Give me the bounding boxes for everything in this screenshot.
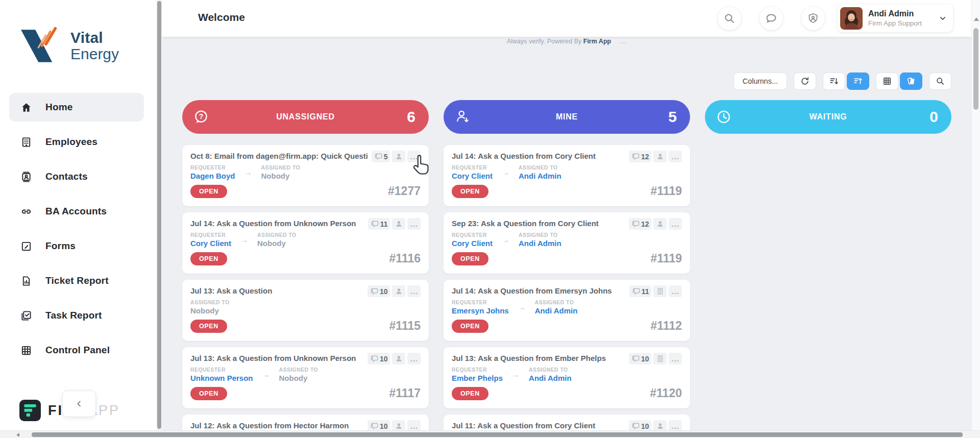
banner-menu-button[interactable]: ... [620, 38, 627, 45]
requester-name[interactable]: Cory Client [452, 172, 493, 180]
assigned-name[interactable]: Nobody [190, 306, 230, 315]
scroll-left-arrow[interactable] [16, 433, 19, 437]
comments-button[interactable]: 10 [368, 285, 390, 297]
person-icon[interactable] [392, 218, 405, 230]
column-header-mine[interactable]: MINE 5 [444, 100, 690, 134]
ticket-card-top: Jul 14: Ask a Question from Cory Client … [452, 151, 682, 162]
person-icon[interactable] [392, 151, 405, 162]
sort-descending-button[interactable] [847, 72, 869, 90]
comments-button[interactable]: 12 [629, 218, 652, 230]
admin-shield-button[interactable] [801, 7, 825, 30]
assigned-name[interactable]: Andi Admin [519, 239, 561, 248]
board-search-button[interactable] [929, 72, 951, 90]
comments-button[interactable]: 11 [368, 218, 390, 230]
comments-button[interactable]: 10 [368, 420, 390, 430]
chat-button[interactable] [760, 7, 783, 30]
person-icon[interactable] [392, 420, 405, 430]
more-button[interactable]: ... [407, 151, 421, 162]
sidebar-item-ticket-report[interactable]: Ticket Report [9, 266, 144, 295]
comments-button[interactable]: 11 [629, 285, 652, 297]
more-button[interactable]: ... [407, 285, 421, 297]
comments-button[interactable]: 10 [368, 353, 390, 364]
sidebar-collapse-button[interactable] [62, 391, 96, 417]
chat-icon [765, 12, 777, 25]
ticket-card[interactable]: Jul 13: Ask a Question 10 ... → ASSIGNED… [182, 280, 429, 341]
more-button[interactable]: ... [669, 151, 682, 162]
requester-label: REQUESTER [190, 232, 231, 238]
requester-name[interactable]: Emersyn Johns [452, 306, 509, 315]
comment-count: 11 [642, 287, 649, 296]
sidebar-item-ba-accounts[interactable]: BA Accounts [9, 197, 144, 226]
column-header-waiting[interactable]: WAITING 0 [705, 100, 951, 134]
requester-name[interactable]: Dagen Boyd [190, 172, 235, 180]
more-button[interactable]: ... [407, 353, 421, 364]
horizontal-scrollbar[interactable] [0, 430, 980, 438]
sidebar-scrollbar-thumb[interactable] [157, 1, 161, 429]
comments-button[interactable]: 10 [629, 353, 652, 364]
sidebar-item-home[interactable]: Home [9, 93, 144, 121]
assigned-name[interactable]: Andi Admin [535, 306, 578, 315]
table-view-button[interactable] [876, 72, 898, 90]
assigned-name[interactable]: Nobody [257, 239, 297, 248]
requester-name[interactable]: Ember Phelps [452, 374, 503, 382]
comments-button[interactable]: 10 [629, 420, 652, 430]
search-button[interactable] [718, 7, 741, 30]
sidebar-item-forms[interactable]: Forms [9, 232, 144, 260]
requester-name[interactable]: Cory Client [190, 239, 231, 248]
sidebar-item-contacts[interactable]: Contacts [9, 162, 144, 191]
ticket-card[interactable]: Jul 13: Ask a Question from Unknown Pers… [182, 347, 429, 408]
card-view-button[interactable] [900, 72, 922, 90]
sidebar-item-control-panel[interactable]: Control Panel [9, 336, 144, 364]
person-icon[interactable] [653, 151, 667, 162]
ticket-card[interactable]: Jul 14: Ask a Question from Unknown Pers… [182, 212, 429, 274]
person-icon[interactable] [392, 285, 405, 297]
refresh-button[interactable] [794, 72, 816, 90]
chevron-down-icon [938, 13, 948, 23]
sort-ascending-button[interactable] [823, 72, 845, 90]
sidebar-scrollbar[interactable] [156, 0, 162, 430]
building-icon[interactable] [653, 285, 667, 297]
ticket-card[interactable]: Oct 8: Email from dagen@firm.app: Quick … [182, 145, 429, 206]
ticket-card[interactable]: Jul 14: Ask a Question from Cory Client … [444, 145, 690, 206]
more-button[interactable]: ... [407, 420, 421, 430]
assigned-name[interactable]: Nobody [279, 374, 318, 382]
assigned-name[interactable]: Nobody [261, 172, 301, 180]
building-icon[interactable] [653, 353, 667, 364]
more-button[interactable]: ... [669, 285, 682, 297]
ticket-card[interactable]: Jul 13: Ask a Question from Ember Phelps… [444, 347, 690, 408]
comments-button[interactable]: 12 [629, 151, 652, 162]
sidebar-item-task-report[interactable]: Task Report [9, 301, 144, 330]
ticket-card[interactable]: Jul 11: Ask a Question from Cory Client … [444, 415, 690, 430]
arrow-right-icon: → [244, 168, 252, 177]
comments-button[interactable]: 5 [372, 151, 390, 162]
requester-name[interactable]: Unknown Person [190, 374, 253, 382]
scroll-up-arrow[interactable] [974, 17, 979, 21]
comment-count: 10 [380, 355, 388, 363]
more-button[interactable]: ... [669, 218, 682, 230]
assigned-name[interactable]: Andi Admin [529, 374, 572, 382]
column-header-unassigned[interactable]: ? UNASSIGNED 6 [182, 100, 429, 134]
person-icon[interactable] [653, 420, 667, 430]
ticket-card-icons: 10 ... [368, 353, 421, 364]
ticket-card-top: Jul 12: Ask a Question from Hector Harmo… [190, 420, 421, 430]
person-icon[interactable] [392, 353, 405, 364]
ticket-id: #1119 [651, 252, 682, 265]
ticket-card[interactable]: Sep 23: Ask a Question from Cory Client … [444, 212, 690, 274]
vertical-scrollbar-thumb[interactable] [973, 28, 978, 110]
columns-button[interactable]: Columns... [733, 72, 787, 90]
more-button[interactable]: ... [669, 420, 682, 430]
ticket-card[interactable]: Jul 12: Ask a Question from Hector Harmo… [182, 415, 429, 430]
more-button[interactable]: ... [407, 218, 421, 230]
sidebar-item-employees[interactable]: Employees [9, 128, 144, 156]
vertical-scrollbar[interactable] [971, 0, 980, 430]
status-badge: OPEN [190, 185, 227, 198]
ticket-card[interactable]: Jul 14: Ask a Question from Emersyn John… [444, 280, 690, 341]
comment-count: 5 [384, 153, 388, 161]
user-menu[interactable]: Andi Admin Firm App Support [838, 5, 953, 32]
person-icon[interactable] [653, 218, 667, 230]
horizontal-scrollbar-thumb[interactable] [32, 432, 963, 437]
more-button[interactable]: ... [669, 353, 682, 364]
comment-count: 12 [641, 220, 649, 228]
requester-name[interactable]: Cory Client [452, 239, 493, 248]
assigned-name[interactable]: Andi Admin [519, 172, 561, 180]
